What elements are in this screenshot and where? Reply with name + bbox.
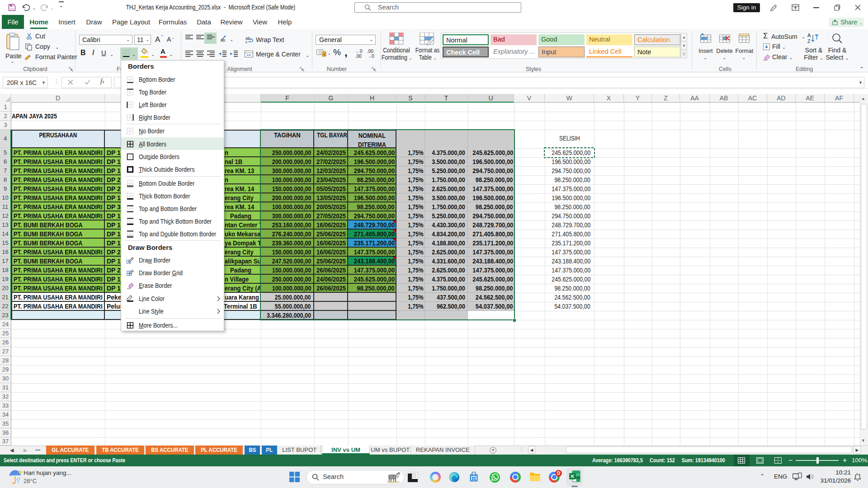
svg-text:A: A (807, 33, 811, 38)
svg-text:$: $ (323, 52, 326, 56)
svg-text:Z: Z (807, 38, 811, 44)
svg-text:z: z (859, 473, 860, 477)
svg-text:ab: ab (221, 38, 225, 42)
svg-text:c: c (245, 40, 248, 43)
